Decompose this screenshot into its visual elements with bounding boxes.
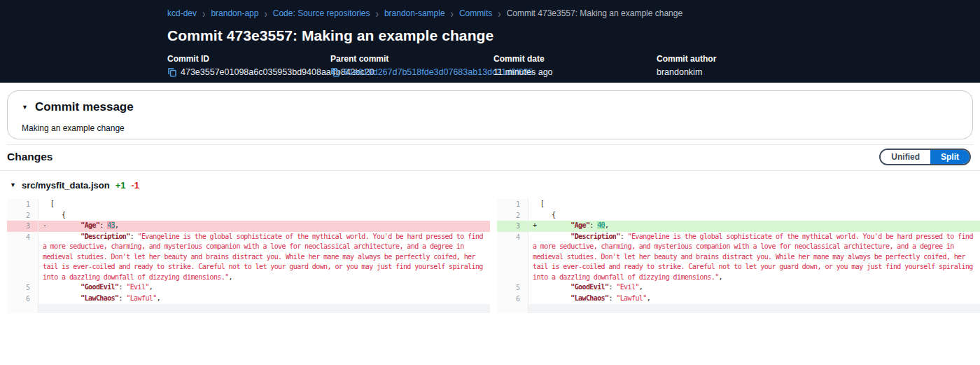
view-mode-toggle: UnifiedSplit — [879, 149, 971, 165]
file-name: src/mysfit_data.json — [22, 180, 110, 191]
code-line: "LawChaos": "Lawful", — [528, 294, 980, 305]
diff-row: 1 [ — [7, 199, 490, 210]
diff-pane-before: 1 [2 {3- "Age": 43,4 "Description": "Eva… — [7, 199, 490, 313]
diff-row: 3- "Age": 43, — [7, 221, 490, 232]
meta-label: Parent commit — [330, 54, 493, 64]
changes-heading: Changes — [7, 151, 52, 163]
meta-field: Commit authorbrandonkim — [657, 54, 820, 77]
cut-off-fill — [528, 304, 980, 313]
line-number: 6 — [7, 294, 38, 305]
chevron-right-icon: › — [264, 8, 267, 19]
diff-pane-after: 1 [2 {3+ "Age": 40,4 "Description": "Eva… — [497, 199, 980, 313]
meta-value: 473e3557e01098a6c035953bd9408aa4b842bc20 — [167, 67, 330, 77]
commit-message-panel: ▼ Commit message Making an example chang… — [7, 90, 973, 139]
code-line: { — [528, 210, 980, 221]
line-number: 4 — [7, 232, 38, 283]
meta-value-text: 11 minutes ago — [493, 67, 553, 77]
commit-meta-row: Commit ID473e3557e01098a6c035953bd9408aa… — [167, 54, 980, 77]
breadcrumb: kcd-dev›brandon-app›Code: Source reposit… — [167, 8, 980, 18]
line-number: 1 — [7, 199, 38, 210]
console-header: kcd-dev›brandon-app›Code: Source reposit… — [0, 0, 980, 83]
chevron-right-icon: › — [202, 8, 205, 19]
caret-down-icon: ▼ — [22, 104, 28, 111]
file-header-expander[interactable]: ▼ src/mysfit_data.json +1 -1 — [0, 171, 980, 197]
cut-off-fill — [38, 304, 490, 313]
code-line: { — [38, 210, 490, 221]
breadcrumb-link[interactable]: kcd-dev — [167, 8, 197, 18]
meta-value: 61e619d267d7b518fde3d07683ab13dc21d9f635 — [330, 67, 493, 77]
deletions-count: -1 — [131, 180, 139, 191]
code-line: [ — [38, 199, 490, 210]
line-number — [7, 304, 38, 313]
code-line: - "Age": 43, — [38, 221, 490, 232]
breadcrumb-current: Commit 473e3557: Making an example chang… — [507, 8, 682, 18]
commit-message-body: Making an example change — [22, 123, 958, 133]
commit-message-expander[interactable]: ▼ Commit message — [22, 100, 958, 114]
line-number — [497, 304, 528, 313]
diff-row: 6 "LawChaos": "Lawful", — [7, 294, 490, 305]
meta-field: Parent commit61e619d267d7b518fde3d07683a… — [330, 54, 493, 77]
copy-icon — [167, 67, 177, 77]
chevron-right-icon: › — [451, 8, 454, 19]
line-number: 2 — [7, 210, 38, 221]
line-number: 5 — [497, 282, 528, 294]
breadcrumb-link[interactable]: Code: Source repositories — [273, 8, 370, 18]
cut-off-row — [7, 304, 490, 313]
diff-row: 4 "Description": "Evangeline is the glob… — [497, 232, 980, 283]
diff-row: 5 "GoodEvil": "Evil", — [497, 282, 980, 294]
copy-icon — [330, 67, 340, 77]
line-number: 5 — [7, 282, 38, 294]
diff-row: 2 { — [497, 210, 980, 221]
meta-label: Commit date — [493, 54, 657, 64]
line-number: 3 — [497, 221, 528, 232]
diff-row: 2 { — [7, 210, 490, 221]
changes-header: Changes UnifiedSplit — [0, 145, 980, 170]
view-toggle-split[interactable]: Split — [930, 150, 969, 164]
caret-down-icon: ▼ — [10, 182, 16, 188]
meta-field: Commit ID473e3557e01098a6c035953bd9408aa… — [167, 54, 330, 77]
view-toggle-unified[interactable]: Unified — [881, 150, 930, 164]
meta-label: Commit ID — [167, 54, 330, 64]
meta-field: Commit date11 minutes ago — [493, 54, 657, 77]
diff-row: 1 [ — [497, 199, 980, 210]
diff-row: 5 "GoodEvil": "Evil", — [7, 282, 490, 294]
line-number: 2 — [497, 210, 528, 221]
codecommit-commit-page: kcd-dev›brandon-app›Code: Source reposit… — [0, 0, 980, 365]
chevron-right-icon: › — [498, 8, 500, 19]
meta-value: brandonkim — [657, 67, 820, 77]
diff-split-view: 1 [2 {3- "Age": 43,4 "Description": "Eva… — [0, 199, 980, 313]
copy-button[interactable] — [330, 67, 340, 77]
breadcrumb-link[interactable]: brandon-sample — [384, 8, 445, 18]
line-number: 1 — [497, 199, 528, 210]
meta-label: Commit author — [657, 54, 820, 64]
copy-button[interactable] — [167, 67, 177, 77]
code-line: "Description": "Evangeline is the global… — [528, 232, 980, 283]
line-number: 4 — [497, 232, 528, 283]
code-line: "GoodEvil": "Evil", — [38, 282, 490, 294]
additions-count: +1 — [115, 180, 126, 191]
code-line: "GoodEvil": "Evil", — [528, 282, 980, 294]
cut-off-row — [497, 304, 980, 313]
page-title: Commit 473e3557: Making an example chang… — [167, 27, 980, 44]
meta-value-text: brandonkim — [657, 67, 702, 77]
diff-row: 6 "LawChaos": "Lawful", — [497, 294, 980, 305]
diff-row: 3+ "Age": 40, — [497, 221, 980, 232]
breadcrumb-link[interactable]: Commits — [459, 8, 492, 18]
code-line: "Description": "Evangeline is the global… — [38, 232, 490, 283]
commit-message-heading: Commit message — [35, 100, 134, 114]
diff-row: 4 "Description": "Evangeline is the glob… — [7, 232, 490, 283]
breadcrumb-link[interactable]: brandon-app — [211, 8, 258, 18]
code-line: [ — [528, 199, 980, 210]
code-line: + "Age": 40, — [528, 221, 980, 232]
line-number: 3 — [7, 221, 38, 232]
meta-value: 11 minutes ago — [493, 67, 657, 77]
chevron-right-icon: › — [376, 8, 379, 19]
line-number: 6 — [497, 294, 528, 305]
code-line: "LawChaos": "Lawful", — [38, 294, 490, 305]
